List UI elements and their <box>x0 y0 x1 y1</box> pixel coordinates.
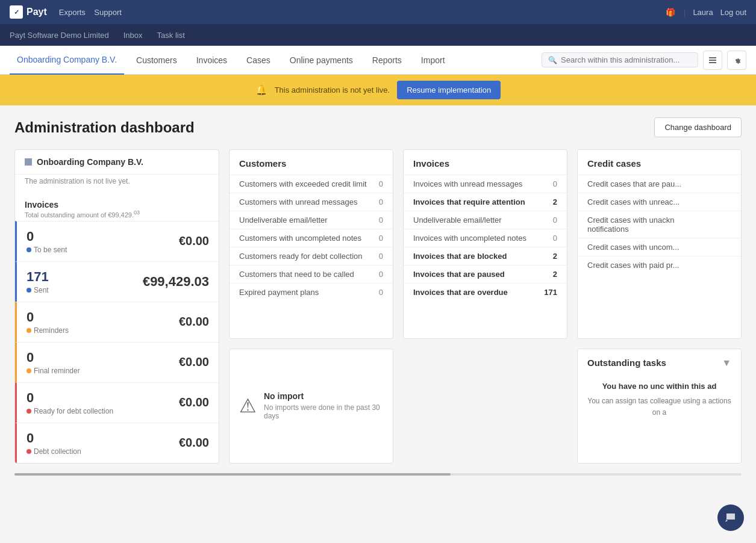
cc-label-4: Credit cases with paid pr... <box>587 261 679 270</box>
inv-value-5: 2 <box>553 270 557 279</box>
cust-value-6: 0 <box>379 288 383 297</box>
cust-row-5[interactable]: Customers that need to be called 0 <box>230 265 393 283</box>
invoice-row-ready-debt: 0 Ready for debt collection €0.00 <box>15 382 219 423</box>
inv-label-3: Invoices with uncompleted notes <box>413 234 526 243</box>
task-list-link[interactable]: Task list <box>157 31 185 40</box>
inbox-link[interactable]: Inbox <box>123 31 143 40</box>
cc-row-4[interactable]: Credit cases with paid pr... <box>578 256 741 274</box>
cust-value-0: 0 <box>379 179 383 188</box>
company-link[interactable]: Payt Software Demo Limited <box>10 31 109 40</box>
cc-row-0[interactable]: Credit cases that are pau... <box>578 175 741 193</box>
cust-label-4: Customers ready for debt collection <box>239 252 362 261</box>
cust-value-4: 0 <box>379 252 383 261</box>
cc-row-2[interactable]: Credit cases with unacknnotifications <box>578 211 741 238</box>
cust-row-3[interactable]: Customers with uncompleted notes 0 <box>230 229 393 247</box>
inv-value-4: 2 <box>553 252 557 261</box>
cc-row-1[interactable]: Credit cases with unreac... <box>578 193 741 211</box>
inv-row-4[interactable]: Invoices that are blocked 2 <box>404 247 567 265</box>
cust-row-1[interactable]: Customers with unread messages 0 <box>230 193 393 211</box>
invoices-card-title: Invoices <box>404 150 567 175</box>
to-be-sent-amount: €0.00 <box>179 234 209 248</box>
inv-label-5: Invoices that are paused <box>413 270 505 279</box>
inv-row-5[interactable]: Invoices that are paused 2 <box>404 265 567 283</box>
company-name: Onboarding Company B.V. <box>37 157 143 167</box>
invoices-header: Invoices Total outstanding amount of €99… <box>15 193 219 221</box>
sent-count: 171 <box>27 269 49 285</box>
inv-row-3[interactable]: Invoices with uncompleted notes 0 <box>404 229 567 247</box>
nav-bar: Onboarding Company B.V. Customers Invoic… <box>0 46 756 75</box>
nav-online-payments[interactable]: Online payments <box>283 46 360 75</box>
cust-row-0[interactable]: Customers with exceeded credit limit 0 <box>230 175 393 193</box>
top-nav-links: Exports Support <box>59 8 122 17</box>
support-link[interactable]: Support <box>94 8 122 17</box>
change-dashboard-button[interactable]: Change dashboard <box>654 117 742 137</box>
inv-row-2[interactable]: Undeliverable email/letter 0 <box>404 211 567 229</box>
bell-icon: 🔔 <box>255 84 267 96</box>
resume-implementation-button[interactable]: Resume implementation <box>397 81 501 99</box>
top-bar: ✓ Payt Exports Support 🎁 | Laura Log out <box>0 0 756 24</box>
cust-label-5: Customers that need to be called <box>239 270 354 279</box>
debt-collection-count: 0 <box>27 430 81 446</box>
top-bar-left: ✓ Payt Exports Support <box>10 5 122 19</box>
left-column: Onboarding Company B.V. The administrati… <box>14 149 219 464</box>
final-reminder-count: 0 <box>27 350 80 365</box>
cc-label-1: Credit cases with unreac... <box>587 197 679 206</box>
inv-row-1[interactable]: Invoices that require attention 2 <box>404 193 567 211</box>
company-icon <box>25 158 32 166</box>
nav-onboarding[interactable]: Onboarding Company B.V. <box>10 46 124 75</box>
page-title: Administration dashboard <box>14 119 195 136</box>
cust-label-1: Customers with unread messages <box>239 197 358 206</box>
invoice-row-to-be-sent: 0 To be sent €0.00 <box>15 221 219 261</box>
inv-label-1: Invoices that require attention <box>413 197 525 206</box>
inv-value-2: 0 <box>553 216 557 225</box>
settings-btn[interactable] <box>727 51 746 70</box>
invoices-summary-subtitle: Total outstanding amount of €99,429.03 <box>25 209 209 219</box>
dot-blue <box>27 247 31 252</box>
chevron-down-btn[interactable]: ▼ <box>722 358 731 368</box>
brand-name: Payt <box>27 7 47 17</box>
credit-cases-card: Credit cases Credit cases that are pau..… <box>577 149 742 339</box>
invoice-row-final-reminder: 0 Final reminder €0.00 <box>15 342 219 382</box>
exports-link[interactable]: Exports <box>59 8 86 17</box>
final-reminder-label: Final reminder <box>27 367 80 375</box>
nav-right: 🔍 <box>542 51 746 70</box>
cust-row-6[interactable]: Expired payment plans 0 <box>230 283 393 301</box>
to-be-sent-count: 0 <box>27 229 67 244</box>
dot-orange-final <box>27 368 31 373</box>
nav-cases[interactable]: Cases <box>239 46 278 75</box>
list-view-btn[interactable] <box>703 51 722 70</box>
brand-icon: ✓ <box>10 5 23 19</box>
nav-customers[interactable]: Customers <box>129 46 184 75</box>
to-be-sent-label: To be sent <box>27 246 67 254</box>
inv-value-3: 0 <box>553 234 557 243</box>
search-input[interactable] <box>561 55 692 64</box>
import-subtitle: No imports were done in the past 30 days <box>264 403 383 420</box>
cc-row-3[interactable]: Credit cases with uncom... <box>578 238 741 256</box>
search-box: 🔍 <box>542 52 698 67</box>
dot-blue-sent <box>27 288 31 293</box>
inv-label-4: Invoices that are blocked <box>413 252 507 261</box>
nav-invoices[interactable]: Invoices <box>189 46 234 75</box>
tasks-content: You have no unc within this ad You can a… <box>578 374 741 426</box>
cust-value-3: 0 <box>379 234 383 243</box>
banner-text: This administration is not yet live. <box>275 85 390 95</box>
user-name[interactable]: Laura <box>693 8 713 17</box>
dot-orange <box>27 328 31 333</box>
invoice-rows: 0 To be sent €0.00 171 <box>15 221 219 463</box>
import-warning: ⚠ No import No imports were done in the … <box>239 391 383 420</box>
scrollbar[interactable] <box>14 473 742 476</box>
cust-row-2[interactable]: Undeliverable email/letter 0 <box>230 211 393 229</box>
nav-reports[interactable]: Reports <box>365 46 409 75</box>
sub-bar: Payt Software Demo Limited Inbox Task li… <box>0 24 756 46</box>
inv-row-0[interactable]: Invoices with unread messages 0 <box>404 175 567 193</box>
tasks-bold-text: You have no unc within this ad <box>587 382 731 391</box>
inv-label-2: Undeliverable email/letter <box>413 216 502 225</box>
inv-row-6[interactable]: Invoices that are overdue 171 <box>404 283 567 301</box>
nav-import[interactable]: Import <box>414 46 452 75</box>
cust-label-0: Customers with exceeded credit limit <box>239 179 367 188</box>
cust-label-6: Expired payment plans <box>239 288 319 297</box>
cc-label-0: Credit cases that are pau... <box>587 179 681 188</box>
logout-link[interactable]: Log out <box>720 8 746 17</box>
cust-row-4[interactable]: Customers ready for debt collection 0 <box>230 247 393 265</box>
company-header: Onboarding Company B.V. <box>15 150 219 175</box>
